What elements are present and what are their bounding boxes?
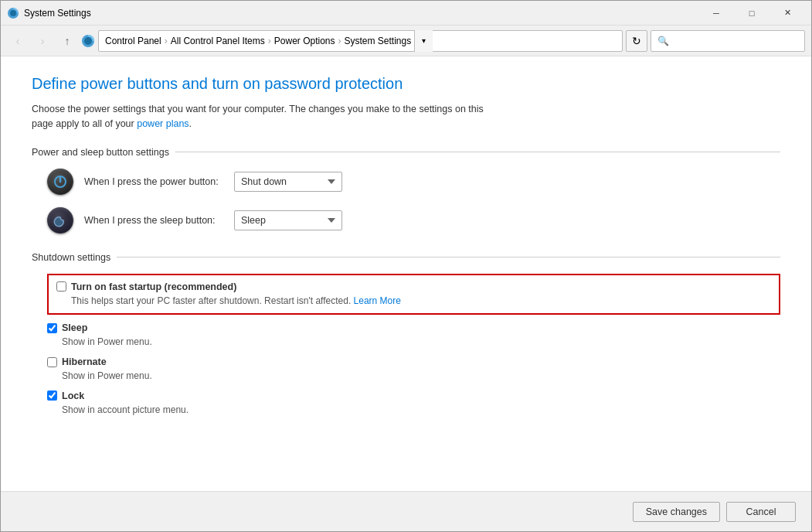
sleep-desc: Show in Power menu. <box>62 336 780 349</box>
shutdown-section-line <box>117 257 780 257</box>
learn-more-link[interactable]: Learn More <box>354 295 401 306</box>
footer: Save changes Cancel <box>1 491 811 531</box>
fast-startup-desc: This helps start your PC faster after sh… <box>71 295 771 308</box>
window-controls: ─ □ ✕ <box>698 1 805 26</box>
fast-startup-row: Turn on fast startup (recommended) <box>56 281 771 292</box>
cancel-button[interactable]: Cancel <box>726 502 796 522</box>
lock-checkbox-label[interactable]: Lock <box>62 390 84 401</box>
hibernate-checkbox[interactable] <box>47 357 57 367</box>
breadcrumb-power-options[interactable]: Power Options <box>274 36 335 46</box>
breadcrumb-all-items[interactable]: All Control Panel Items <box>171 36 265 46</box>
breadcrumb-system-settings[interactable]: System Settings <box>344 36 411 46</box>
svg-point-3 <box>84 37 92 45</box>
save-changes-button[interactable]: Save changes <box>633 502 720 522</box>
title-bar: System Settings ─ □ ✕ <box>1 1 811 26</box>
power-plans-link[interactable]: power plans <box>137 118 189 129</box>
hibernate-checkbox-row: Hibernate <box>47 356 780 367</box>
up-button[interactable]: ↑ <box>56 30 78 52</box>
window-icon <box>7 7 19 19</box>
fast-startup-checkbox[interactable] <box>56 281 66 292</box>
address-bar: ‹ › ↑ Control Panel › All Control Panel … <box>1 26 811 56</box>
fast-startup-box: Turn on fast startup (recommended) This … <box>47 274 780 315</box>
power-section-header: Power and sleep button settings <box>32 147 780 158</box>
sleep-button-row: When I press the sleep button: Sleep Do … <box>47 207 780 234</box>
lock-checkbox[interactable] <box>47 390 57 401</box>
shutdown-section: Shutdown settings Turn on fast startup (… <box>32 252 780 425</box>
hibernate-desc: Show in Power menu. <box>62 370 780 383</box>
description-line2: page apply to all of your power plans. <box>32 118 192 129</box>
forward-button[interactable]: › <box>32 30 53 52</box>
refresh-button[interactable]: ↻ <box>626 30 647 52</box>
sleep-item: Sleep Show in Power menu. <box>47 322 780 349</box>
maximize-button[interactable]: □ <box>734 1 770 26</box>
sleep-button-label: When I press the sleep button: <box>84 215 223 226</box>
hibernate-checkbox-label[interactable]: Hibernate <box>62 356 107 367</box>
power-button-icon <box>47 169 73 195</box>
shutdown-section-header: Shutdown settings <box>32 252 780 263</box>
hibernate-item: Hibernate Show in Power menu. <box>47 356 780 383</box>
back-button[interactable]: ‹ <box>7 30 29 52</box>
nav-icon <box>81 34 95 48</box>
lock-item: Lock Show in account picture menu. <box>47 390 780 417</box>
lock-checkbox-row: Lock <box>47 390 780 401</box>
sleep-checkbox-label[interactable]: Sleep <box>62 322 87 333</box>
sleep-checkbox[interactable] <box>47 323 57 333</box>
breadcrumb: Control Panel › All Control Panel Items … <box>98 30 623 52</box>
main-content: Define power buttons and turn on passwor… <box>1 56 811 491</box>
window: System Settings ─ □ ✕ ‹ › ↑ Control Pane… <box>0 0 812 532</box>
breadcrumb-control-panel[interactable]: Control Panel <box>105 36 161 46</box>
shutdown-section-title: Shutdown settings <box>32 252 110 263</box>
power-button-label: When I press the power button: <box>84 176 223 187</box>
search-box <box>651 30 805 52</box>
page-description: Choose the power settings that you want … <box>32 102 495 131</box>
power-button-select[interactable]: Shut down Do nothing Sleep Hibernate Tur… <box>234 172 342 192</box>
sleep-button-select[interactable]: Sleep Do nothing Hibernate Shut down Tur… <box>234 210 342 230</box>
description-line1: Choose the power settings that you want … <box>32 104 484 114</box>
search-input[interactable] <box>657 36 798 46</box>
fast-startup-label[interactable]: Turn on fast startup (recommended) <box>71 281 236 292</box>
lock-desc: Show in account picture menu. <box>62 404 780 417</box>
window-title: System Settings <box>24 8 698 19</box>
power-section-line <box>175 152 780 152</box>
svg-point-1 <box>10 10 16 16</box>
breadcrumb-dropdown[interactable]: ▾ <box>414 30 433 52</box>
sleep-checkbox-row: Sleep <box>47 322 780 333</box>
sleep-button-icon <box>47 207 73 234</box>
page-heading: Define power buttons and turn on passwor… <box>32 75 780 93</box>
close-button[interactable]: ✕ <box>770 1 805 26</box>
minimize-button[interactable]: ─ <box>698 1 734 26</box>
power-section-title: Power and sleep button settings <box>32 147 169 158</box>
power-button-row: When I press the power button: Shut down… <box>47 169 780 195</box>
